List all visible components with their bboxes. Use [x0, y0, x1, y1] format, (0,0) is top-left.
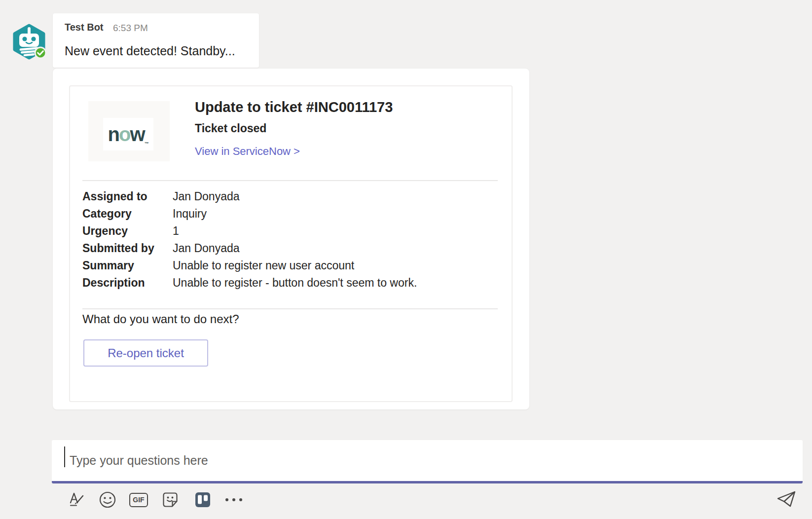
field-label: Assigned to [82, 188, 173, 205]
field-row: Description Unable to register - button … [82, 274, 498, 292]
text-caret [64, 446, 65, 467]
field-row: Summary Unable to register new user acco… [82, 257, 498, 274]
robot-avatar-icon [11, 24, 47, 60]
gif-button[interactable]: GIF [129, 490, 148, 509]
field-value: Unable to register - button doesn't seem… [173, 274, 498, 292]
message-compose-box[interactable] [52, 440, 803, 481]
emoji-button[interactable] [98, 490, 117, 509]
divider-top [82, 180, 498, 181]
message-input[interactable] [70, 440, 780, 481]
reopen-ticket-button[interactable]: Re-open ticket [83, 339, 208, 367]
field-row: Assigned to Jan Donyada [82, 188, 498, 205]
more-options-button[interactable] [224, 490, 243, 509]
ticket-fields: Assigned to Jan Donyada Category Inquiry… [82, 188, 498, 292]
format-button[interactable] [68, 490, 86, 509]
field-value: Jan Donyada [173, 240, 498, 257]
sticker-button[interactable] [161, 490, 180, 509]
send-button[interactable] [775, 490, 797, 510]
bot-avatar [11, 24, 47, 60]
card-question: What do you want to do next? [82, 312, 239, 326]
field-row: Urgency 1 [82, 222, 498, 240]
format-icon [69, 491, 85, 508]
emoji-icon [99, 491, 116, 509]
trademark-symbol: ™ [145, 141, 149, 146]
field-value: 1 [173, 222, 498, 240]
view-in-servicenow-link[interactable]: View in ServiceNow > [195, 145, 300, 158]
field-row: Submitted by Jan Donyada [82, 240, 498, 257]
servicenow-card: now™ Update to ticket #INC0011173 Ticket… [69, 85, 513, 402]
compose-accent-underline [52, 481, 803, 483]
trello-app-button[interactable] [193, 490, 212, 509]
servicenow-logo-inner: now™ [103, 118, 153, 150]
sender-name: Test Bot [65, 22, 104, 33]
presence-available-icon [35, 47, 46, 58]
bot-message-bubble: Test Bot 6:53 PM New event detected! Sta… [53, 13, 259, 68]
divider-bottom [82, 308, 498, 309]
card-subtitle: Ticket closed [195, 122, 266, 135]
field-label: Description [82, 274, 173, 292]
field-label: Submitted by [82, 240, 173, 257]
field-label: Summary [82, 257, 173, 274]
message-timestamp: 6:53 PM [113, 23, 148, 34]
field-value: Unable to register new user account [173, 257, 498, 274]
message-text: New event detected! Standby... [65, 44, 235, 58]
card-title: Update to ticket #INC0011173 [195, 99, 393, 115]
send-icon [776, 490, 797, 509]
ellipsis-icon [225, 498, 242, 501]
now-wordmark: now™ [108, 124, 149, 144]
sticker-icon [161, 491, 179, 509]
field-label: Category [82, 205, 173, 222]
teams-chat-window: { "colors": { "background": "#f2f1f0", "… [0, 0, 812, 519]
card-message-bubble: now™ Update to ticket #INC0011173 Ticket… [53, 69, 529, 409]
field-value: Inquiry [173, 205, 498, 222]
trello-icon [195, 492, 211, 508]
field-label: Urgency [82, 222, 173, 240]
field-value: Jan Donyada [173, 188, 498, 205]
field-row: Category Inquiry [82, 205, 498, 222]
servicenow-logo: now™ [88, 101, 170, 161]
gif-icon: GIF [129, 493, 148, 507]
